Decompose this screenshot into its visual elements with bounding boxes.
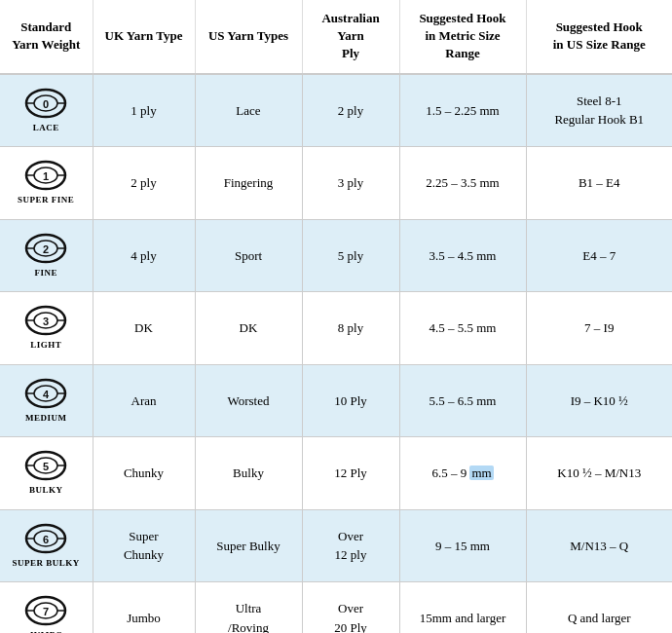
yarn-icon: 6: [23, 522, 68, 555]
header-metric: Suggested Hookin Metric SizeRange: [399, 0, 526, 74]
yarn-icon: 3: [23, 304, 68, 337]
highlighted-mm: mm: [469, 465, 493, 480]
au-yarn-ply-cell: 5 ply: [302, 219, 399, 292]
uk-yarn-type-cell: Aran: [93, 364, 195, 437]
yarn-badge-label: MEDIUM: [25, 412, 67, 426]
svg-text:5: 5: [43, 461, 49, 472]
au-yarn-ply-cell: 3 ply: [302, 147, 399, 220]
table-row: 1 SUPER FINE 2 plyFingering3 ply2.25 – 3…: [0, 147, 672, 220]
header-weight: StandardYarn Weight: [0, 0, 93, 74]
au-yarn-ply-cell: 2 ply: [302, 74, 399, 147]
table-row: 0 LACE 1 plyLace2 ply1.5 – 2.25 mmSteel …: [0, 74, 672, 147]
uk-yarn-type-cell: 4 ply: [93, 219, 195, 292]
header-au: Australian YarnPly: [302, 0, 399, 74]
table-row: 2 FINE 4 plySport5 ply3.5 – 4.5 mmE4 – 7: [0, 219, 672, 292]
metric-hook-cell: 9 – 15 mm: [399, 509, 526, 582]
us-yarn-type-cell: DK: [195, 292, 302, 365]
yarn-icon: 2: [23, 232, 68, 265]
us-yarn-type-cell: Ultra/Roving: [195, 582, 302, 633]
au-yarn-ply-cell: 8 ply: [302, 292, 399, 365]
metric-hook-cell: 2.25 – 3.5 mm: [399, 147, 526, 220]
us-size-hook-cell: Q and larger: [526, 582, 672, 633]
au-yarn-ply-cell: Over20 Ply: [302, 582, 399, 633]
us-size-hook-cell: I9 – K10 ½: [526, 364, 672, 437]
us-yarn-type-cell: Bulky: [195, 437, 302, 510]
us-yarn-type-cell: Worsted: [195, 364, 302, 437]
yarn-weight-cell: 4 MEDIUM: [0, 364, 93, 437]
yarn-weight-cell: 5 BULKY: [0, 437, 93, 510]
metric-hook-cell: 3.5 – 4.5 mm: [399, 219, 526, 292]
yarn-badge-label: SUPER FINE: [18, 194, 74, 207]
us-yarn-type-cell: Lace: [195, 74, 302, 147]
metric-hook-cell: 4.5 – 5.5 mm: [399, 292, 526, 365]
yarn-weight-cell: 0 LACE: [0, 74, 93, 147]
yarn-badge-label: BULKY: [29, 484, 63, 498]
au-yarn-ply-cell: 10 Ply: [302, 364, 399, 437]
yarn-icon: 1: [23, 159, 68, 192]
uk-yarn-type-cell: Chunky: [93, 437, 195, 510]
metric-hook-cell: 15mm and larger: [399, 582, 526, 633]
us-size-hook-cell: Steel 8-1Regular Hook B1: [526, 74, 672, 147]
svg-text:0: 0: [43, 98, 49, 110]
uk-yarn-type-cell: SuperChunky: [93, 509, 195, 582]
us-size-hook-cell: K10 ½ – M/N13: [526, 437, 672, 510]
yarn-icon: 7: [23, 594, 68, 627]
metric-hook-cell: 5.5 – 6.5 mm: [399, 364, 526, 437]
yarn-badge-label: SUPER BULKY: [13, 557, 80, 571]
metric-hook-cell: 6.5 – 9 mm: [399, 437, 526, 510]
svg-text:2: 2: [43, 243, 49, 255]
yarn-icon: 0: [23, 87, 68, 120]
svg-text:1: 1: [43, 170, 49, 182]
svg-text:3: 3: [43, 316, 49, 327]
svg-text:4: 4: [43, 389, 50, 400]
au-yarn-ply-cell: Over12 ply: [302, 509, 399, 582]
yarn-icon: 4: [23, 377, 68, 410]
us-size-hook-cell: M/N13 – Q: [526, 509, 672, 582]
header-us: US Yarn Types: [195, 0, 302, 74]
uk-yarn-type-cell: DK: [93, 292, 195, 365]
au-yarn-ply-cell: 12 Ply: [302, 437, 399, 510]
metric-hook-cell: 1.5 – 2.25 mm: [399, 74, 526, 147]
yarn-weight-cell: 3 LIGHT: [0, 292, 93, 365]
yarn-weight-cell: 2 FINE: [0, 219, 93, 292]
us-yarn-type-cell: Fingering: [195, 147, 302, 220]
yarn-badge-label: LIGHT: [30, 339, 61, 353]
table-row: 7 JUMBO JumboUltra/RovingOver20 Ply15mm …: [0, 582, 672, 633]
us-size-hook-cell: 7 – I9: [526, 292, 672, 365]
svg-text:6: 6: [43, 534, 49, 545]
svg-text:7: 7: [43, 606, 49, 617]
table-row: 6 SUPER BULKY SuperChunkySuper BulkyOver…: [0, 509, 672, 582]
yarn-badge-label: LACE: [33, 122, 59, 135]
us-size-hook-cell: B1 – E4: [526, 147, 672, 220]
header-uk: UK Yarn Type: [93, 0, 195, 74]
table-row: 4 MEDIUM AranWorsted10 Ply5.5 – 6.5 mmI9…: [0, 364, 672, 437]
us-size-hook-cell: E4 – 7: [526, 219, 672, 292]
uk-yarn-type-cell: 2 ply: [93, 147, 195, 220]
yarn-weight-cell: 1 SUPER FINE: [0, 147, 93, 220]
yarn-weight-cell: 7 JUMBO: [0, 582, 93, 633]
table-row: 5 BULKY ChunkyBulky12 Ply6.5 – 9 mmK10 ½…: [0, 437, 672, 510]
header-us-size: Suggested Hookin US Size Range: [526, 0, 672, 74]
yarn-badge-label: JUMBO: [29, 629, 63, 633]
yarn-icon: 5: [23, 449, 68, 482]
table-row: 3 LIGHT DKDK8 ply4.5 – 5.5 mm7 – I9: [0, 292, 672, 365]
us-yarn-type-cell: Super Bulky: [195, 509, 302, 582]
yarn-badge-label: FINE: [34, 267, 57, 280]
yarn-weight-cell: 6 SUPER BULKY: [0, 509, 93, 582]
uk-yarn-type-cell: Jumbo: [93, 582, 195, 633]
us-yarn-type-cell: Sport: [195, 219, 302, 292]
uk-yarn-type-cell: 1 ply: [93, 74, 195, 147]
